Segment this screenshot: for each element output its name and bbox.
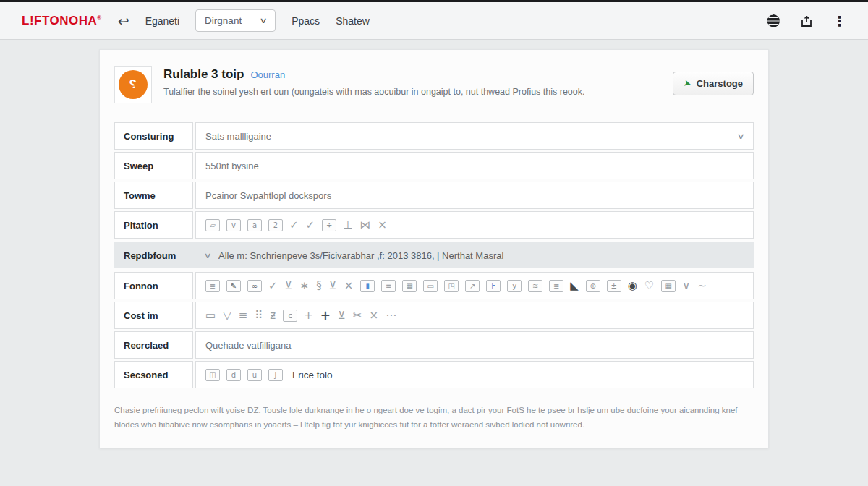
waves-icon[interactable]: ≋	[528, 280, 542, 292]
pen-icon[interactable]: ✎	[226, 280, 241, 292]
close-icon[interactable]: ×	[370, 310, 379, 321]
format-icon[interactable]: F	[486, 280, 501, 292]
brackets-icon[interactable]: ⋈	[359, 220, 370, 231]
align-icon[interactable]: ≡	[239, 310, 248, 321]
green-arrow-icon: ➤	[682, 77, 693, 90]
hook-icon[interactable]: §	[316, 281, 322, 291]
chevron-down-icon[interactable]: ∨	[682, 281, 690, 291]
copy-icon[interactable]: c	[283, 310, 297, 322]
plus-bold-icon[interactable]: +	[320, 310, 331, 322]
check-strike-icon[interactable]: ⊻	[329, 281, 337, 291]
nav-item-ppacs[interactable]: Ppacs	[292, 15, 320, 27]
table-row-repdbfoum[interactable]: Repdbfoum ∨ Alle m: Snchrienpeve 3s/Fici…	[114, 242, 754, 268]
question-badge-icon: ?	[119, 70, 148, 99]
brand-logo[interactable]: L!FTONOHA®	[22, 14, 102, 28]
video-icon[interactable]: v	[226, 219, 241, 231]
image-icon[interactable]: ▱	[205, 219, 220, 231]
chevron-down-icon[interactable]: ∨	[736, 132, 744, 141]
style-icon[interactable]: y	[507, 280, 522, 292]
page-number-icon[interactable]: 2	[268, 219, 283, 231]
camera-icon[interactable]: ◫	[205, 369, 220, 381]
check-icon[interactable]: ✓	[289, 220, 299, 231]
divide-box-icon[interactable]: ÷	[322, 219, 336, 231]
title-link[interactable]: Oourran	[250, 69, 285, 80]
rect-icon[interactable]: ▭	[205, 310, 216, 321]
page-subtitle: Tulalfier the soinel yesh ert oun (ounga…	[163, 87, 585, 97]
grid-icon[interactable]: ▦	[402, 280, 417, 292]
paragraph-icon[interactable]: ≡	[381, 280, 396, 292]
close-icon[interactable]: ×	[378, 220, 387, 231]
row-value-text: Alle m: Snchrienpeve 3s/Ficivarabhar ,f:…	[218, 250, 503, 261]
row-value-field[interactable]: 550nt bysine	[195, 152, 754, 179]
lines-icon[interactable]: ≣	[549, 280, 563, 292]
footer-line-2: hlodes who hibabive riow esompharis in y…	[114, 420, 584, 429]
footer-line-1: Chasie prefriiuneg peclon wift yoise DZ.…	[114, 406, 738, 414]
split-add-icon[interactable]: ⊕	[586, 280, 600, 292]
kebab-menu-icon[interactable]: ⋮	[833, 13, 846, 29]
row-label: Fonnon	[114, 272, 193, 299]
share-export-icon[interactable]	[799, 14, 814, 28]
nav-item-eganeti[interactable]: Eganeti	[145, 15, 179, 27]
row-value-text: Pcainor Swpahtlopl dockspors	[205, 190, 331, 201]
hands-icon[interactable]: ♡	[644, 281, 654, 291]
list-icon[interactable]: ≣	[205, 280, 220, 292]
row-value-text: 550nt bysine	[205, 161, 259, 171]
close-icon[interactable]: ×	[344, 281, 354, 291]
sidebar-icon[interactable]: ▮	[360, 280, 375, 292]
header-actions: ⋮	[766, 13, 846, 29]
table-row-recrclaed: Recrclaed Quehade vatfilligana	[114, 331, 754, 359]
main-card: ? Rulable 3 toip Oourran Tulalfier the s…	[99, 49, 769, 448]
app-badge: ?	[114, 66, 152, 103]
scissors-icon[interactable]: ✂	[353, 310, 362, 321]
back-arrow-icon[interactable]: ↩	[118, 13, 129, 29]
check-icon[interactable]: ✓	[268, 281, 278, 291]
plus-icon[interactable]: +	[304, 310, 313, 321]
form-table: Consturing Sats mallligaine ∨ Sweep 550n…	[114, 122, 754, 388]
asterisk-icon[interactable]: ∗	[300, 281, 310, 291]
funnel-icon[interactable]: ▽	[223, 310, 231, 321]
row-value-field[interactable]: Quehade vatfilligana	[195, 331, 754, 359]
layout-icon[interactable]: ◳	[444, 280, 459, 292]
app-header: L!FTONOHA® ↩ Eganeti Dirgnant ∨ Ppacs Sh…	[0, 2, 868, 40]
chevron-down-icon[interactable]: ∨	[203, 251, 211, 260]
more-icon[interactable]: ⋯	[386, 310, 396, 321]
row-label: Sweep	[114, 152, 193, 179]
row-label: Towme	[114, 182, 193, 209]
brush-icon[interactable]: ◣	[570, 281, 579, 291]
bracket-icon[interactable]: J	[268, 369, 283, 381]
audio-icon[interactable]: a	[247, 219, 262, 231]
brand-logo-text: L!FTONOHA	[22, 14, 97, 27]
more-icon[interactable]: ∼	[697, 281, 707, 291]
check-icon[interactable]: ✓	[306, 220, 315, 231]
card-header: ? Rulable 3 toip Oourran Tulalfier the s…	[100, 50, 768, 103]
header-dropdown[interactable]: Dirgnant ∨	[195, 9, 276, 32]
row-toolbar: ◫duJ Frice tolo	[195, 361, 754, 388]
underline-icon[interactable]: u	[247, 369, 262, 381]
footer-note: Chasie prefriiuneg peclon wift yoise DZ.…	[114, 403, 754, 432]
table-row-sweep: Sweep 550nt bysine	[114, 152, 754, 179]
row-label: Secsoned	[114, 361, 193, 388]
row-label: Repdbfoum	[124, 250, 203, 261]
frame-icon[interactable]: ▭	[423, 280, 438, 292]
cost-im-toolbar: ▭▽≡⠿ƶc++⊻✂×⋯	[205, 310, 404, 322]
check-underline-icon[interactable]: ⊻	[338, 310, 346, 321]
save-icon[interactable]: ▦	[661, 280, 676, 292]
trend-icon[interactable]: ↗	[465, 280, 480, 292]
check-underline-icon[interactable]: ⊻	[285, 281, 293, 291]
row-value-field[interactable]: Pcainor Swpahtlopl dockspors	[195, 182, 754, 209]
plus-minus-icon[interactable]: ±	[607, 280, 621, 292]
page-title: Rulable 3 toip	[163, 67, 244, 82]
row-label: Pitation	[114, 211, 193, 239]
row-value-field[interactable]: Sats mallligaine ∨	[195, 122, 754, 150]
anchor-icon[interactable]: ⊥	[343, 220, 352, 231]
globe-icon[interactable]	[766, 14, 780, 28]
nav-item-shatew[interactable]: Shatew	[336, 15, 370, 27]
link-icon[interactable]: ∞	[247, 280, 262, 292]
chevron-down-icon: ∨	[260, 16, 268, 25]
globe-icon[interactable]: ◉	[628, 281, 637, 291]
dots-grid-icon[interactable]: ⠿	[255, 310, 263, 321]
charstoge-button[interactable]: ➤ Charstoge	[673, 72, 754, 95]
signature-icon[interactable]: ƶ	[270, 310, 276, 321]
row-toolbar: ▱va2✓✓÷⊥⋈×	[195, 211, 754, 239]
bold-icon[interactable]: d	[226, 369, 241, 381]
